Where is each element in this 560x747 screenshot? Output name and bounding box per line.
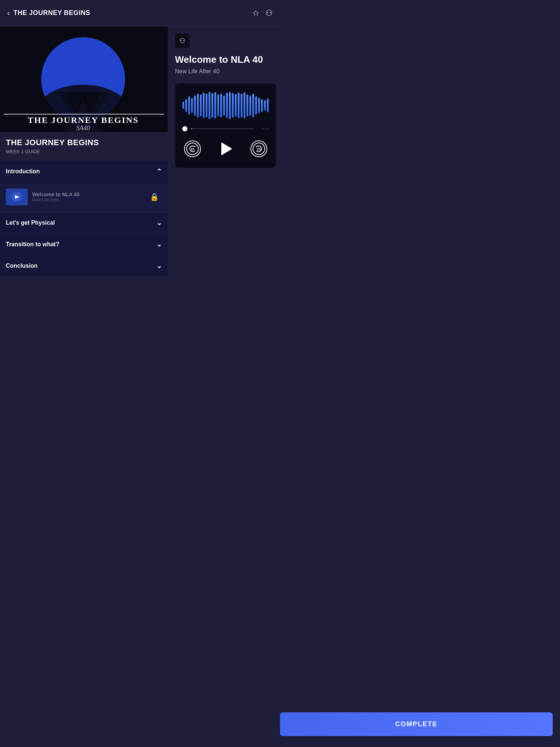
waveform [182,91,269,120]
chevron-up-icon: ⌃ [156,167,162,175]
course-title: THE JOURNEY BEGINS [6,138,162,147]
svg-text:15: 15 [190,147,194,151]
lesson-item[interactable]: Welcome to NLA 40 New Life After... 🔒 [4,186,163,208]
waveform-bar [249,96,251,116]
waveform-bar [194,96,196,116]
svg-text:SA40: SA40 [76,124,90,132]
waveform-bar [217,94,219,116]
content-subtitle: New Life After 40 [175,68,276,75]
accordion-header-transition[interactable]: Transition to what? ⌄ [0,234,168,255]
lesson-thumb-inner [6,189,28,205]
progress-dot[interactable] [182,126,187,131]
skip-back-button[interactable]: 15 [184,140,201,157]
skip-forward-button[interactable]: 15 [250,140,267,157]
accordion-label-conclusion: Conclusion [6,263,38,269]
accordion-label-introduction: Introduction [6,168,40,175]
course-image: THE JOURNEY BEGINS SA40 [0,26,168,132]
waveform-bar [261,99,263,112]
waveform-bar [211,93,213,118]
accordion-header-introduction[interactable]: Introduction ⌃ [0,161,168,182]
svg-text:THE JOURNEY BEGINS: THE JOURNEY BEGINS [28,115,139,125]
waveform-bar [246,94,248,116]
waveform-bar [241,94,242,117]
audio-controls: 15 15 [182,139,269,159]
progress-row: --:-- [182,126,269,131]
content-title: Welcome to NLA 40 [175,54,276,65]
waveform-bar [235,94,237,117]
waveform-bar [185,99,187,112]
waveform-bar [203,93,205,118]
accordion-label-transition: Transition to what? [6,241,59,248]
accordion: Introduction ⌃ [0,161,168,277]
waveform-bar [200,94,202,116]
header-left: ‹ THE JOURNEY BEGINS [7,9,90,17]
waveform-bar [182,102,184,109]
waveform-bar [220,94,222,117]
accordion-item-lets-get-physical: Let's get Physical ⌄ [0,212,168,234]
star-icon[interactable]: ☆ [252,8,260,18]
waveform-bar [255,96,257,115]
waveform-bar [226,93,228,118]
course-subtitle: WEEK 1 GUIDE [6,149,162,154]
waveform-bar [232,93,234,118]
waveform-bar [209,92,210,119]
svg-text:15: 15 [257,147,260,151]
progress-time: --:-- [257,126,269,131]
chevron-down-icon-3: ⌄ [156,262,162,270]
lesson-thumbnail [6,189,28,205]
main-layout: THE JOURNEY BEGINS SA40 THE JOURNEY BEGI… [0,26,280,355]
waveform-bar [188,96,190,115]
svg-rect-8 [4,114,164,115]
accordion-item-transition: Transition to what? ⌄ [0,234,168,255]
left-column: THE JOURNEY BEGINS SA40 THE JOURNEY BEGI… [0,26,168,355]
audio-player: --:-- 15 [175,84,276,168]
waveform-bar [223,96,225,116]
right-column: ⚇ Welcome to NLA 40 New Life After 40 --… [168,26,280,355]
back-icon[interactable]: ‹ [7,9,10,17]
play-button[interactable] [215,139,236,159]
waveform-bar [197,94,199,117]
waveform-bar [206,94,207,117]
waveform-bar [264,100,266,111]
accordion-item-introduction: Introduction ⌃ [0,161,168,212]
accordion-header-lets-get-physical[interactable]: Let's get Physical ⌄ [0,212,168,233]
link-badge: ⚇ [175,34,190,48]
waveform-bar [244,92,245,119]
play-triangle-icon [221,142,232,155]
link-icon[interactable]: ⚇ [265,8,273,18]
waveform-bar [252,94,254,117]
chevron-down-icon-2: ⌄ [156,240,162,248]
accordion-label-lets-get-physical: Let's get Physical [6,220,55,226]
header: ‹ THE JOURNEY BEGINS ☆ ⚇ [0,0,280,26]
lesson-desc: New Life After... [32,197,145,202]
waveform-bar [214,92,216,119]
course-info: THE JOURNEY BEGINS WEEK 1 GUIDE [0,132,168,157]
accordion-item-conclusion: Conclusion ⌄ [0,255,168,277]
header-title: THE JOURNEY BEGINS [13,9,90,17]
waveform-bar [258,98,260,113]
waveform-bar [238,93,240,118]
waveform-bar [191,98,193,113]
waveform-bar [229,92,231,119]
accordion-header-conclusion[interactable]: Conclusion ⌄ [0,255,168,276]
progress-bar-container[interactable] [191,128,253,129]
waveform-bar [267,98,269,112]
accordion-content-introduction: Welcome to NLA 40 New Life After... 🔒 [0,182,168,212]
lesson-title: Welcome to NLA 40 [32,191,145,197]
lesson-info: Welcome to NLA 40 New Life After... [32,191,145,202]
chevron-down-icon-1: ⌄ [156,219,162,227]
lock-icon: 🔒 [150,193,159,201]
progress-bar-fill [191,128,192,129]
header-right: ☆ ⚇ [252,8,273,18]
